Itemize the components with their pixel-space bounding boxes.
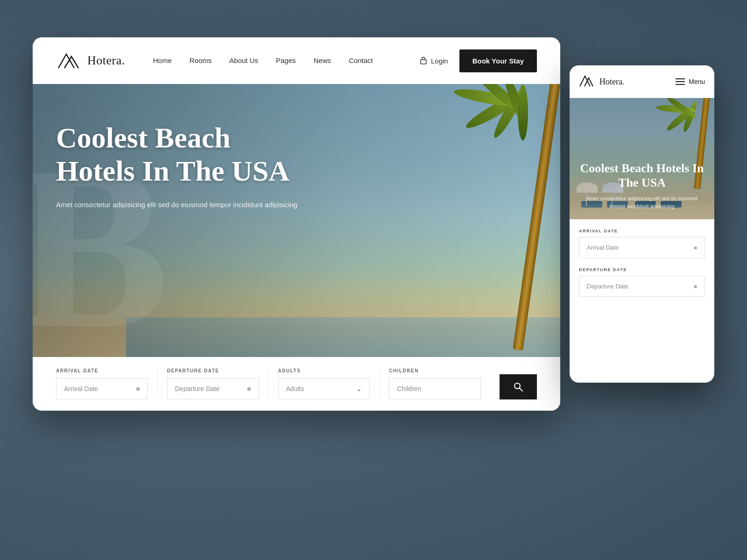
chevron-down-icon: ⌄ (356, 385, 362, 392)
desktop-nav-links: Home Rooms About Us Pages News Contact (153, 56, 420, 65)
mobile-logo-text: Hotera. (599, 77, 624, 87)
search-button[interactable] (500, 374, 537, 399)
mobile-arrival-label: ARRIVAL DATE (579, 229, 705, 233)
mobile-logo-icon (579, 74, 596, 89)
arrival-input[interactable]: Arrival Date ■ (56, 378, 148, 399)
arrival-label: ARRIVAL DATE (56, 368, 148, 373)
mobile-logo-area: Hotera. (579, 74, 624, 89)
arrival-field: ARRIVAL DATE Arrival Date ■ (56, 368, 158, 399)
nav-item-news[interactable]: News (314, 56, 331, 65)
desktop-mockup: Hotera. Home Rooms About Us Pages News (33, 37, 560, 411)
desktop-nav-right: Login Book Your Stay (420, 49, 537, 72)
calendar-icon-2: ■ (247, 385, 251, 392)
mobile-hero: Coolest Beach Hotels In The USA Amet con… (570, 98, 714, 219)
logo-icon (56, 49, 82, 72)
desktop-navbar: Hotera. Home Rooms About Us Pages News (33, 37, 560, 84)
calendar-icon: ■ (136, 385, 140, 392)
mobile-navbar: Hotera. Menu (570, 65, 714, 98)
search-icon (513, 382, 523, 392)
nav-item-home[interactable]: Home (153, 56, 172, 65)
mobile-hero-content: Coolest Beach Hotels In The USA Amet con… (579, 161, 705, 210)
mobile-calendar-icon-1: ■ (694, 245, 697, 251)
children-field: CHILDREN Children (380, 368, 490, 399)
svg-line-2 (520, 388, 522, 391)
login-label: Login (431, 57, 448, 65)
nav-item-rooms[interactable]: Rooms (190, 56, 212, 65)
mobile-arrival-input[interactable]: Arrival Date ■ (579, 237, 705, 258)
nav-item-pages[interactable]: Pages (276, 56, 296, 65)
hamburger-line-2 (676, 81, 685, 82)
adults-select[interactable]: Adults ⌄ (278, 378, 370, 399)
menu-label: Menu (689, 78, 705, 85)
desktop-logo-text: Hotera. (87, 54, 125, 68)
adults-label: ADULTS (278, 368, 370, 373)
desktop-hero: B Coolest Beach Hotels In The USA Amet c… (33, 84, 560, 411)
scene: Hotera. Home Rooms About Us Pages News (33, 37, 714, 523)
nav-item-about[interactable]: About Us (229, 56, 258, 65)
mobile-calendar-icon-2: ■ (694, 283, 697, 290)
hamburger-line-3 (676, 84, 685, 85)
hamburger-icon (676, 78, 685, 85)
mobile-booking-form: ARRIVAL DATE Arrival Date ■ DEPARTURE DA… (570, 219, 714, 315)
svg-point-1 (514, 383, 520, 389)
hero-subtitle: Amet consectetur adipisicing elit sed do… (56, 199, 299, 210)
login-button[interactable]: Login (420, 56, 448, 66)
departure-label: DEPARTURE DATE (167, 368, 259, 373)
children-label: CHILDREN (389, 368, 481, 373)
book-stay-button[interactable]: Book Your Stay (459, 49, 537, 72)
nav-item-contact[interactable]: Contact (349, 56, 373, 65)
mobile-departure-input[interactable]: Departure Date ■ (579, 276, 705, 297)
mobile-departure-label: DEPARTURE DATE (579, 267, 705, 272)
desktop-logo-area: Hotera. (56, 49, 125, 72)
hero-title: Coolest Beach Hotels In The USA (56, 121, 313, 188)
svg-rect-0 (421, 60, 426, 64)
desktop-booking-bar: ARRIVAL DATE Arrival Date ■ DEPARTURE DA… (33, 357, 560, 411)
mobile-hero-title: Coolest Beach Hotels In The USA (579, 161, 705, 190)
hero-content: Coolest Beach Hotels In The USA Amet con… (56, 121, 313, 210)
adults-field: ADULTS Adults ⌄ (269, 368, 380, 399)
mobile-hero-subtitle: Amet consectetur adipisicing elit sed do… (579, 195, 705, 210)
mobile-menu-button[interactable]: Menu (676, 78, 705, 85)
children-input[interactable]: Children (389, 378, 481, 399)
mobile-mockup: Hotera. Menu (570, 65, 714, 383)
departure-field: DEPARTURE DATE Departure Date ■ (158, 368, 269, 399)
departure-input[interactable]: Departure Date ■ (167, 378, 259, 399)
lock-icon (420, 56, 427, 66)
hamburger-line-1 (676, 78, 685, 79)
